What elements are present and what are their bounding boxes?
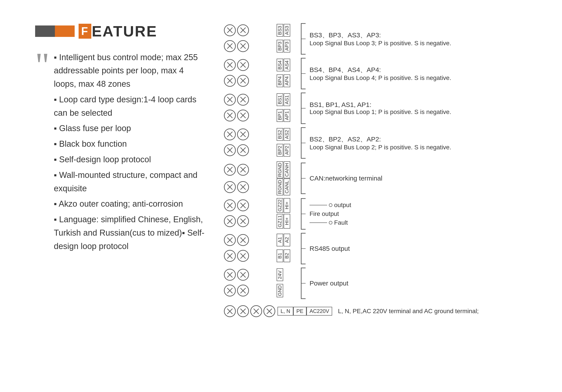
circles-bs2 xyxy=(224,129,277,140)
circles-gnd xyxy=(224,285,277,297)
desc-bs2-line2: Loop Signal Bus Loop 2; P is positive. S… xyxy=(310,144,451,151)
desc-rs485: RS485 output xyxy=(310,232,350,265)
circles-bp4 xyxy=(224,75,277,87)
terminal-row-bs1: BS1 AS1 xyxy=(224,92,299,107)
circle-gz22-2 xyxy=(237,199,249,211)
terminal-row-bs2: BS2 AS2 xyxy=(224,127,299,142)
circle-ac-1 xyxy=(224,305,236,317)
desc-bs3: BS3、BP3、AS3、AP3: Loop Signal Bus Loop 3;… xyxy=(310,23,451,55)
label-canh: CANH xyxy=(284,161,290,178)
label-24v: 24V xyxy=(277,268,283,281)
ac-label-pe: PE xyxy=(293,307,306,316)
label-bs1: BS1 xyxy=(277,93,283,106)
label-hi-plus1: HI+ xyxy=(284,198,290,213)
header-bars xyxy=(35,25,75,37)
desc-rs485-text: RS485 output xyxy=(310,245,350,252)
desc-bs2: BS2、BP2、AS2、AP2: Loop Signal Bus Loop 2;… xyxy=(310,127,451,159)
circles-bp1 xyxy=(224,110,277,121)
line-dash-output xyxy=(310,205,327,205)
circle-canh-1 xyxy=(224,164,236,176)
big-quote-icon: " xyxy=(35,53,49,78)
bracket-bs2 xyxy=(299,127,306,159)
right-column: BS3 AS3 BP3 AP3 xyxy=(224,23,527,317)
label-group-bp2: BP2 AP2 xyxy=(277,144,299,157)
desc-bs1-line1: BS1, BP1, AS1, AP1: xyxy=(310,101,451,108)
label-group-b1: B1 B2 xyxy=(277,249,299,262)
label-group-bs3: BS3 AS3 xyxy=(277,24,299,37)
terminal-row-a1: A1 A2 xyxy=(224,232,299,248)
label-group-canl: RGND CANL xyxy=(277,178,299,195)
ac-label-ln: L, N xyxy=(278,307,293,316)
label-bs2: BS2 xyxy=(277,128,283,141)
bs3-rows: BS3 AS3 BP3 AP3 xyxy=(224,23,299,55)
rs485-rows: A1 A2 B1 B2 xyxy=(224,232,299,265)
group-rs485: A1 A2 B1 B2 xyxy=(224,232,527,265)
circle-bs4-1 xyxy=(224,59,236,71)
circle-bp2-2 xyxy=(237,144,249,156)
feature-item-5: ▪ Self-design loop protocol xyxy=(54,153,206,166)
label-ap2: AP2 xyxy=(284,144,290,157)
ac-label-ac220v: AC220V xyxy=(306,307,332,316)
label-as1: AS1 xyxy=(284,93,290,106)
features-list: ▪ Intelligent bus control mode; max 255 … xyxy=(54,51,206,255)
circle-bp3-1 xyxy=(224,40,236,52)
label-group-bs2: BS2 AS2 xyxy=(277,128,299,141)
circle-bs2-1 xyxy=(224,129,236,140)
label-gnd: GND xyxy=(277,284,283,297)
group-power: 24V GND xyxy=(224,267,527,299)
feature-item-4: ▪ Black box function xyxy=(54,137,206,151)
label-group-gz22: GZ22 HI+ xyxy=(277,198,299,213)
label-canl: CANL xyxy=(284,178,290,195)
circles-canh xyxy=(224,164,277,176)
can-rows: RGND CANH RGND CANL xyxy=(224,161,299,196)
label-as3: AS3 xyxy=(284,24,290,37)
fault-label: Fault xyxy=(334,219,348,226)
label-group-canh: RGND CANH xyxy=(277,161,299,178)
desc-bs1: BS1, BP1, AS1, AP1: Loop Signal Bus Loop… xyxy=(310,92,451,125)
circle-24v-2 xyxy=(237,269,249,281)
label-group-gnd: GND xyxy=(277,284,299,297)
line-dash-fault xyxy=(310,223,327,223)
circle-bs2-2 xyxy=(237,129,249,140)
label-rgnd2: RGND xyxy=(277,178,283,195)
desc-bs4-line2: Loop Signal Bus Loop 4; P is positive. S… xyxy=(310,74,451,82)
label-bp1: BP1 xyxy=(277,109,283,122)
group-bs2-bp2: BS2 AS2 BP2 AP2 xyxy=(224,127,527,159)
group-bs4-bp4: BS4 AS4 BP4 AP4 xyxy=(224,57,527,90)
label-as2: AS2 xyxy=(284,128,290,141)
circle-24v-1 xyxy=(224,269,236,281)
circles-bs4 xyxy=(224,59,277,71)
bracket-can xyxy=(299,161,306,196)
circle-bp3-2 xyxy=(237,40,249,52)
group-bs3-bp3: BS3 AS3 BP3 AP3 xyxy=(224,23,527,55)
terminal-row-bp2: BP2 AP2 xyxy=(224,143,299,158)
feature-title: FEATURE xyxy=(79,23,157,40)
circle-bs1-2 xyxy=(237,94,249,106)
label-b1: B1 xyxy=(277,249,283,262)
terminal-row-24v: 24V xyxy=(224,267,299,282)
circle-bp1-1 xyxy=(224,110,236,121)
circles-24v xyxy=(224,269,277,281)
terminal-row-bs4: BS4 AS4 xyxy=(224,57,299,73)
circle-bs3-1 xyxy=(224,24,236,36)
desc-bs4-line1: BS4、BP4、AS4、AP4: xyxy=(310,65,451,74)
title-f-box: F xyxy=(79,24,91,39)
desc-bs3-line1: BS3、BP3、AS3、AP3: xyxy=(310,31,451,40)
bs1-rows: BS1 AS1 BP1 AP1 xyxy=(224,92,299,125)
circles-gz11 xyxy=(224,215,277,227)
desc-bs4: BS4、BP4、AS4、AP4: Loop Signal Bus Loop 4;… xyxy=(310,57,451,90)
bar-orange xyxy=(55,25,75,37)
circle-ac-3 xyxy=(250,305,262,317)
circles-a1 xyxy=(224,234,277,246)
feature-item-2: ▪ Loop card type design:1-4 loop cards c… xyxy=(54,93,206,120)
fire-output-label: Fire output xyxy=(310,210,351,217)
label-group-bs1: BS1 AS1 xyxy=(277,93,299,106)
label-group-bp3: BP3 AP3 xyxy=(277,40,299,52)
circle-b1-2 xyxy=(237,250,249,262)
label-group-a1: A1 A2 xyxy=(277,234,299,246)
desc-bs1-line2: Loop Signal Bus Loop 1; P is positive. S… xyxy=(310,108,451,116)
label-as4: AS4 xyxy=(284,59,290,71)
circle-gz22-1 xyxy=(224,199,236,211)
terminal-row-gnd: GND xyxy=(224,283,299,298)
circle-bp4-1 xyxy=(224,75,236,87)
